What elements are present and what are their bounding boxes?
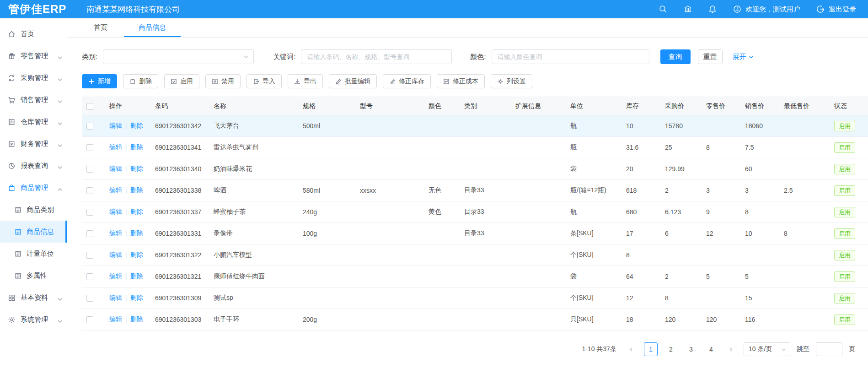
page-unit-label: 页 xyxy=(849,345,855,353)
cabinet-icon xyxy=(8,118,16,126)
prev-page-button[interactable] xyxy=(625,342,638,356)
delete-link[interactable]: 删除 xyxy=(130,272,143,280)
page-size-select[interactable]: 10 条/页 xyxy=(744,342,790,356)
grid-icon xyxy=(8,294,16,302)
edit-link[interactable]: 编辑 xyxy=(109,186,122,194)
row-checkbox[interactable] xyxy=(86,230,93,237)
cell-model xyxy=(355,266,424,287)
edit-link[interactable]: 编辑 xyxy=(109,143,122,151)
delete-link[interactable]: 删除 xyxy=(130,165,143,172)
row-checkbox[interactable] xyxy=(86,209,93,216)
delete-link[interactable]: 删除 xyxy=(130,208,143,215)
cell-spec xyxy=(298,266,355,287)
chevron-down-icon xyxy=(58,163,62,168)
row-checkbox[interactable] xyxy=(86,295,93,302)
edit-link[interactable]: 编辑 xyxy=(109,165,122,172)
home-building-icon[interactable] xyxy=(683,5,692,14)
expand-toggle[interactable]: 展开 xyxy=(733,53,754,61)
sidebar-item-basic-data[interactable]: 基本资料 xyxy=(0,287,67,309)
row-checkbox[interactable] xyxy=(86,123,93,130)
sidebar-item-purchase[interactable]: 采购管理 xyxy=(0,67,67,89)
sidebar-item-system[interactable]: 系统管理 xyxy=(0,309,67,331)
welcome-user[interactable]: 欢迎您，测试用户 xyxy=(733,5,800,14)
batch-edit-button[interactable]: 批量编辑 xyxy=(329,74,377,88)
delete-link[interactable]: 删除 xyxy=(130,294,143,301)
sidebar-item-goods[interactable]: 商品管理 xyxy=(0,177,67,199)
delete-link[interactable]: 删除 xyxy=(130,143,143,151)
col-color: 颜色 xyxy=(424,97,460,115)
cell-barcode: 6901236301340 xyxy=(150,158,209,180)
logout-button[interactable]: 退出登录 xyxy=(816,5,856,14)
next-page-button[interactable] xyxy=(724,342,737,356)
cell-category xyxy=(460,137,511,158)
cell-retail-price: 9 xyxy=(702,201,740,223)
sidebar-item-sales[interactable]: 销售管理 xyxy=(0,89,67,111)
enable-button[interactable]: 启用 xyxy=(164,74,199,88)
sidebar-item-units[interactable]: 计量单位 xyxy=(0,243,67,265)
keyword-input[interactable] xyxy=(301,49,452,64)
delete-link[interactable]: 删除 xyxy=(130,315,143,323)
page-number-button[interactable]: 4 xyxy=(704,342,718,356)
edit-link[interactable]: 编辑 xyxy=(109,122,122,129)
edit-link[interactable]: 编辑 xyxy=(109,251,122,258)
cell-stock: 18 xyxy=(622,309,660,331)
table-row: 编辑|删除 6901236301338 啤酒 580ml xxsxx 无色 目录… xyxy=(82,180,868,201)
delete-link[interactable]: 删除 xyxy=(130,251,143,258)
delete-link[interactable]: 删除 xyxy=(130,122,143,129)
sidebar-item-finance[interactable]: 财务管理 xyxy=(0,133,67,155)
reset-button[interactable]: 重置 xyxy=(698,49,723,64)
sidebar: 首页 零售管理 采购管理 销售管理 仓库管理 xyxy=(0,18,67,374)
bell-icon[interactable] xyxy=(708,5,717,14)
import-button[interactable]: 导入 xyxy=(246,74,282,88)
column-settings-button[interactable]: 列设置 xyxy=(491,74,532,88)
page-number-button[interactable]: 3 xyxy=(684,342,698,356)
add-button[interactable]: 新增 xyxy=(82,74,117,88)
cell-model xyxy=(355,201,424,223)
category-select[interactable] xyxy=(103,49,254,64)
sidebar-item-goods-category[interactable]: 商品类别 xyxy=(0,199,67,221)
disable-button[interactable]: 禁用 xyxy=(205,74,241,88)
sidebar-item-warehouse[interactable]: 仓库管理 xyxy=(0,111,67,133)
fix-cost-button[interactable]: 修正成本 xyxy=(437,74,485,88)
color-input[interactable] xyxy=(492,49,649,64)
search-icon[interactable] xyxy=(659,5,668,14)
tab-goods-info[interactable]: 商品信息 xyxy=(136,18,169,37)
edit-link[interactable]: 编辑 xyxy=(109,208,122,215)
row-checkbox[interactable] xyxy=(86,252,93,259)
edit-link[interactable]: 编辑 xyxy=(109,272,122,280)
pagination-total: 1-10 共37条 xyxy=(582,345,616,353)
jump-to-input[interactable] xyxy=(816,342,842,356)
sidebar-item-attributes[interactable]: 多属性 xyxy=(0,265,67,287)
edit-link[interactable]: 编辑 xyxy=(109,294,122,301)
row-checkbox[interactable] xyxy=(86,316,93,323)
cell-min-price xyxy=(779,201,830,223)
gear-icon xyxy=(497,78,504,85)
tab-home[interactable]: 首页 xyxy=(91,18,110,37)
delete-button[interactable]: 删除 xyxy=(123,74,158,88)
sidebar-item-goods-info[interactable]: 商品信息 xyxy=(0,221,67,243)
row-checkbox[interactable] xyxy=(86,166,93,173)
page-number-button[interactable]: 2 xyxy=(664,342,678,356)
cell-spec: 100g xyxy=(298,223,355,244)
export-button[interactable]: 导出 xyxy=(288,74,323,88)
page-number-button[interactable]: 1 xyxy=(644,342,658,356)
edit-link[interactable]: 编辑 xyxy=(109,229,122,237)
delete-link[interactable]: 删除 xyxy=(130,186,143,194)
select-all-checkbox[interactable] xyxy=(86,103,93,110)
cell-sale-price: 18060 xyxy=(740,115,779,137)
chevron-down-icon xyxy=(749,54,754,60)
edit-link[interactable]: 编辑 xyxy=(109,315,122,323)
cell-unit: 瓶 xyxy=(566,201,622,223)
cell-sale-price: 116 xyxy=(740,309,779,331)
sidebar-item-reports[interactable]: 报表查询 xyxy=(0,155,67,177)
fix-stock-button[interactable]: 修正库存 xyxy=(383,74,431,88)
row-checkbox[interactable] xyxy=(86,273,93,280)
row-checkbox[interactable] xyxy=(86,187,93,194)
cell-purchase-price: 129.99 xyxy=(660,158,702,180)
sidebar-item-home[interactable]: 首页 xyxy=(0,23,67,45)
col-stock: 库存 xyxy=(622,97,660,115)
search-button[interactable]: 查询 xyxy=(660,49,691,64)
row-checkbox[interactable] xyxy=(86,144,93,151)
delete-link[interactable]: 删除 xyxy=(130,229,143,237)
sidebar-item-retail[interactable]: 零售管理 xyxy=(0,45,67,67)
